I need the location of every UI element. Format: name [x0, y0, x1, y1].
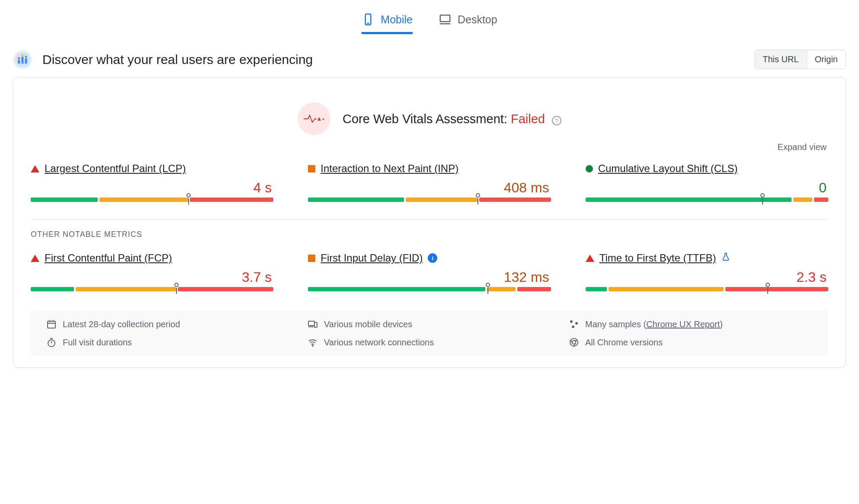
square-icon	[308, 255, 315, 262]
percentile-marker	[766, 283, 770, 287]
section-title: OTHER NOTABLE METRICS	[31, 230, 828, 239]
stopwatch-icon	[46, 337, 57, 348]
triangle-icon	[31, 255, 39, 262]
svg-point-7	[18, 57, 20, 59]
tab-mobile[interactable]: Mobile	[362, 13, 413, 34]
metric-lcp: Largest Contentful Paint (LCP) 4 s	[31, 163, 273, 202]
info-period: Latest 28-day collection period	[46, 319, 290, 329]
square-icon	[308, 165, 315, 172]
info-samples: Many samples (Chrome UX Report)	[569, 319, 813, 329]
percentile-marker	[760, 193, 765, 198]
metric-value: 3.7 s	[242, 269, 273, 285]
svg-rect-6	[25, 58, 27, 64]
percentile-marker	[174, 283, 179, 287]
info-icon[interactable]: i	[428, 253, 437, 263]
devices-icon	[308, 319, 318, 329]
svg-point-19	[570, 320, 573, 323]
distribution-bar	[308, 198, 551, 202]
metric-link[interactable]: First Contentful Paint (FCP)	[45, 252, 172, 264]
scope-toggle: This URL Origin	[754, 50, 846, 69]
svg-point-21	[572, 325, 574, 328]
calendar-icon	[46, 319, 57, 329]
metric-inp: Interaction to Next Paint (INP) 408 ms	[308, 163, 551, 202]
metric-fcp: First Contentful Paint (FCP) 3.7 s	[31, 252, 273, 291]
info-versions: All Chrome versions	[569, 337, 813, 348]
assessment-text: Core Web Vitals Assessment: Failed ?	[343, 112, 561, 126]
triangle-icon	[586, 255, 594, 262]
metric-ttfb: Time to First Byte (TTFB) 2.3 s	[586, 252, 828, 291]
distribution-bar	[586, 198, 828, 202]
help-icon[interactable]: ?	[552, 116, 561, 125]
svg-point-9	[25, 55, 27, 57]
info-durations: Full visit durations	[46, 337, 290, 348]
svg-rect-12	[48, 321, 55, 328]
data-source-info: Latest 28-day collection period Various …	[31, 310, 828, 356]
tab-desktop[interactable]: Desktop	[439, 13, 497, 34]
info-network: Various network connections	[308, 337, 551, 348]
toggle-this-url[interactable]: This URL	[755, 50, 806, 69]
tab-label: Mobile	[381, 13, 413, 26]
distribution-bar	[31, 198, 273, 202]
metric-fid: First Input Delay (FID) i 132 ms	[308, 252, 551, 291]
distribution-bar	[586, 287, 828, 291]
expand-view-link[interactable]: Expand view	[778, 142, 827, 152]
metric-value: 408 ms	[504, 180, 551, 196]
samples-icon	[569, 319, 579, 329]
metric-link[interactable]: Interaction to Next Paint (INP)	[321, 163, 458, 175]
svg-marker-10	[317, 117, 321, 121]
page-title: Discover what your real users are experi…	[42, 52, 313, 67]
percentile-marker	[186, 193, 191, 198]
metric-value: 0	[819, 180, 828, 196]
field-data-card: Core Web Vitals Assessment: Failed ? Exp…	[13, 77, 846, 368]
circle-icon	[586, 165, 593, 172]
assessment-status: Failed	[511, 112, 545, 126]
metric-link[interactable]: Time to First Byte (TTFB)	[599, 252, 716, 264]
metric-link[interactable]: Cumulative Layout Shift (CLS)	[598, 163, 738, 175]
status-pulse-icon	[298, 102, 330, 135]
crux-report-link[interactable]: Chrome UX Report	[646, 319, 720, 329]
percentile-marker	[476, 193, 480, 198]
svg-rect-17	[314, 322, 317, 327]
chrome-icon	[569, 337, 579, 348]
divider	[31, 219, 828, 220]
metric-cls: Cumulative Layout Shift (CLS) 0	[586, 163, 828, 202]
metric-link[interactable]: First Input Delay (FID)	[321, 252, 423, 264]
metric-value: 2.3 s	[797, 269, 828, 285]
distribution-bar	[308, 287, 551, 291]
wifi-icon	[308, 337, 318, 348]
toggle-origin[interactable]: Origin	[807, 50, 846, 69]
svg-point-20	[575, 322, 578, 325]
svg-rect-16	[308, 321, 314, 325]
svg-point-25	[312, 345, 313, 346]
distribution-bar	[31, 287, 273, 291]
metric-value: 4 s	[253, 180, 274, 196]
percentile-marker	[486, 283, 490, 287]
svg-rect-4	[18, 60, 20, 64]
desktop-icon	[439, 13, 452, 26]
mobile-icon	[362, 13, 375, 26]
crux-icon	[13, 50, 32, 69]
metric-link[interactable]: Largest Contentful Paint (LCP)	[45, 163, 186, 175]
device-tabs: Mobile Desktop	[13, 7, 846, 39]
svg-rect-5	[22, 57, 24, 64]
svg-rect-2	[440, 15, 450, 22]
svg-rect-11	[323, 118, 324, 120]
svg-point-8	[22, 54, 24, 56]
tab-label: Desktop	[458, 13, 497, 26]
triangle-icon	[31, 165, 39, 172]
info-devices: Various mobile devices	[308, 319, 551, 329]
flask-icon[interactable]	[721, 252, 731, 264]
metric-value: 132 ms	[504, 269, 551, 285]
